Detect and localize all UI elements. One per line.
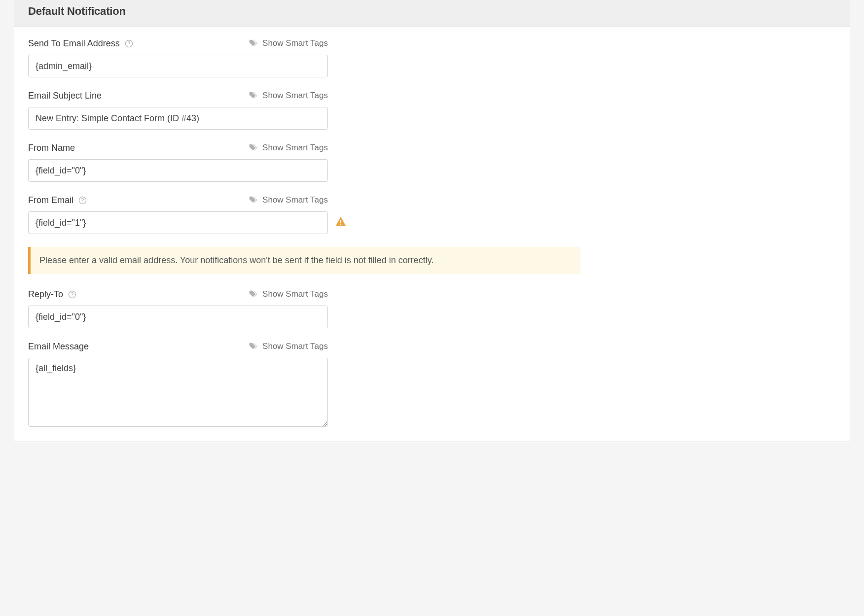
- panel-header: Default Notification: [14, 0, 850, 27]
- smart-tags-label: Show Smart Tags: [262, 38, 328, 48]
- smart-tags-label: Show Smart Tags: [262, 195, 328, 205]
- field-from-name: From Name Show Smart Tags: [28, 142, 836, 182]
- from-email-label: From Email: [28, 195, 73, 205]
- smart-tags-label: Show Smart Tags: [262, 91, 328, 101]
- smart-tags-label: Show Smart Tags: [262, 342, 328, 351]
- smart-tags-toggle[interactable]: Show Smart Tags: [248, 289, 328, 300]
- smart-tags-toggle[interactable]: Show Smart Tags: [248, 38, 328, 49]
- send-to-input[interactable]: [28, 55, 328, 77]
- tags-icon: [248, 142, 258, 153]
- smart-tags-label: Show Smart Tags: [262, 289, 328, 299]
- notification-panel: Send To Email Address Show Smart Tags: [14, 27, 850, 442]
- tags-icon: [248, 38, 258, 49]
- alert-text: Please enter a valid email address. Your…: [39, 255, 434, 265]
- svg-point-5: [340, 224, 341, 225]
- warning-icon: [335, 216, 347, 230]
- from-email-input[interactable]: [28, 211, 328, 234]
- tags-icon: [248, 341, 258, 352]
- email-message-textarea[interactable]: [28, 358, 328, 427]
- subject-input[interactable]: [28, 107, 328, 130]
- smart-tags-toggle[interactable]: Show Smart Tags: [248, 195, 328, 205]
- smart-tags-toggle[interactable]: Show Smart Tags: [248, 142, 328, 153]
- help-icon[interactable]: [78, 196, 87, 205]
- from-name-label: From Name: [28, 143, 75, 153]
- svg-point-3: [82, 202, 83, 202]
- panel-title: Default Notification: [28, 5, 836, 18]
- reply-to-input[interactable]: [28, 306, 328, 328]
- svg-point-1: [129, 45, 129, 45]
- send-to-label: Send To Email Address: [28, 38, 120, 49]
- svg-point-7: [72, 296, 72, 296]
- subject-label: Email Subject Line: [28, 91, 102, 101]
- field-subject: Email Subject Line Show Smart Tags: [28, 90, 836, 130]
- field-send-to: Send To Email Address Show Smart Tags: [28, 38, 836, 77]
- smart-tags-toggle[interactable]: Show Smart Tags: [248, 341, 328, 352]
- email-message-label: Email Message: [28, 342, 89, 352]
- smart-tags-toggle[interactable]: Show Smart Tags: [248, 90, 328, 101]
- svg-rect-4: [340, 220, 341, 223]
- from-name-input[interactable]: [28, 159, 328, 182]
- field-from-email: From Email Show Smart Tags: [28, 195, 836, 234]
- field-reply-to: Reply-To Show Smart Tags: [28, 289, 836, 328]
- tags-icon: [248, 90, 258, 101]
- tags-icon: [248, 289, 258, 300]
- help-icon[interactable]: [68, 290, 76, 299]
- reply-to-label: Reply-To: [28, 289, 63, 300]
- help-icon[interactable]: [125, 39, 133, 48]
- from-email-alert: Please enter a valid email address. Your…: [28, 247, 580, 274]
- smart-tags-label: Show Smart Tags: [262, 143, 328, 153]
- field-email-message: Email Message Show Smart Tags: [28, 341, 836, 429]
- tags-icon: [248, 195, 258, 205]
